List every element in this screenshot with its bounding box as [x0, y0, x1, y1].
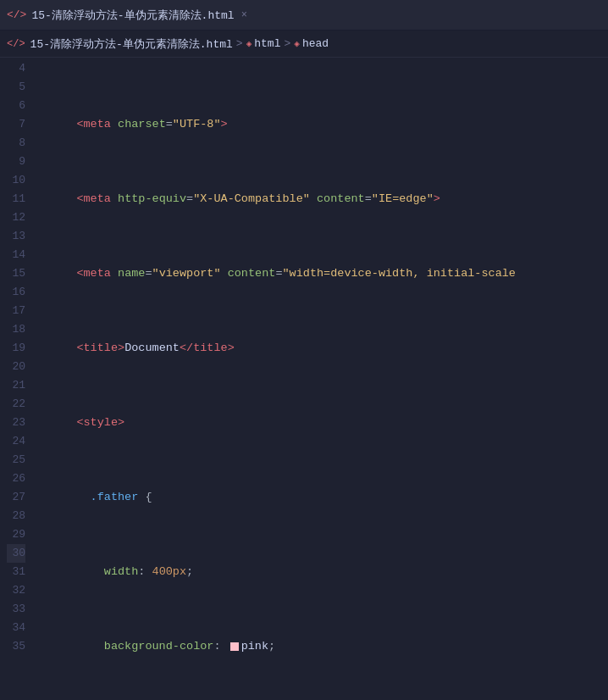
line-num-35: 35 [7, 637, 25, 656]
title-bar: </> 15-清除浮动方法-单伪元素清除法.html × [0, 0, 608, 31]
line-num-27: 27 [7, 488, 25, 507]
code-line-5: <meta http-equiv="X-UA-Compatible" conte… [49, 190, 608, 208]
code-line-4: <meta charset="UTF-8"> [49, 115, 608, 134]
line-num-32: 32 [7, 581, 25, 600]
line-num-11: 11 [7, 190, 25, 208]
code-line-7: <title>Document</title> [49, 339, 608, 358]
breadcrumb-sep-1: > [236, 37, 243, 50]
breadcrumb-html-icon: ◈ [246, 38, 252, 49]
breadcrumb-bar: </> 15-清除浮动方法-单伪元素清除法.html > ◈ html > ◈ … [0, 31, 608, 58]
line-num-33: 33 [7, 600, 25, 619]
code-content[interactable]: <meta charset="UTF-8"> <meta http-equiv=… [36, 58, 608, 700]
line-num-28: 28 [7, 507, 25, 525]
breadcrumb-head-icon: ◈ [294, 38, 300, 49]
line-num-25: 25 [7, 451, 25, 469]
breadcrumb-filename[interactable]: 15-清除浮动方法-单伪元素清除法.html [30, 36, 233, 52]
breadcrumb-head: head [302, 37, 329, 50]
line-num-17: 17 [7, 302, 25, 320]
code-editor: 4 5 6 7 8 9 10 11 12 13 14 15 16 17 18 1… [0, 58, 608, 700]
code-line-8: <style> [49, 414, 608, 432]
line-num-8: 8 [7, 134, 25, 153]
tab-filename[interactable]: 15-清除浮动方法-单伪元素清除法.html [31, 8, 234, 23]
code-line-11: background-color: pink; [49, 637, 608, 656]
line-num-22: 22 [7, 395, 25, 414]
line-num-23: 23 [7, 414, 25, 432]
breadcrumb-html[interactable]: html [254, 37, 280, 50]
line-num-10: 10 [7, 171, 25, 190]
line-num-26: 26 [7, 469, 25, 488]
line-num-9: 9 [7, 153, 25, 171]
line-num-4: 4 [7, 59, 25, 78]
line-num-7: 7 [7, 115, 25, 134]
file-icon: </> [7, 8, 26, 21]
line-num-31: 31 [7, 563, 25, 581]
line-num-6: 6 [7, 97, 25, 115]
line-num-15: 15 [7, 264, 25, 283]
line-num-13: 13 [7, 227, 25, 246]
line-num-30: 30 [7, 544, 25, 563]
line-num-20: 20 [7, 358, 25, 376]
breadcrumb-sep-2: > [284, 37, 290, 50]
line-numbers: 4 5 6 7 8 9 10 11 12 13 14 15 16 17 18 1… [0, 58, 36, 700]
line-num-5: 5 [7, 78, 25, 97]
breadcrumb-file-icon: </> [7, 38, 25, 50]
line-num-21: 21 [7, 376, 25, 395]
tab-close-button[interactable]: × [241, 9, 247, 21]
line-num-24: 24 [7, 432, 25, 451]
line-num-12: 12 [7, 208, 25, 227]
code-line-10: width: 400px; [49, 563, 608, 581]
line-num-34: 34 [7, 619, 25, 637]
line-num-16: 16 [7, 283, 25, 302]
line-num-19: 19 [7, 339, 25, 358]
line-num-29: 29 [7, 525, 25, 544]
line-num-18: 18 [7, 320, 25, 339]
code-line-6: <meta name="viewport" content="width=dev… [49, 264, 608, 283]
line-num-14: 14 [7, 246, 25, 264]
code-line-9: .father { [49, 488, 608, 507]
